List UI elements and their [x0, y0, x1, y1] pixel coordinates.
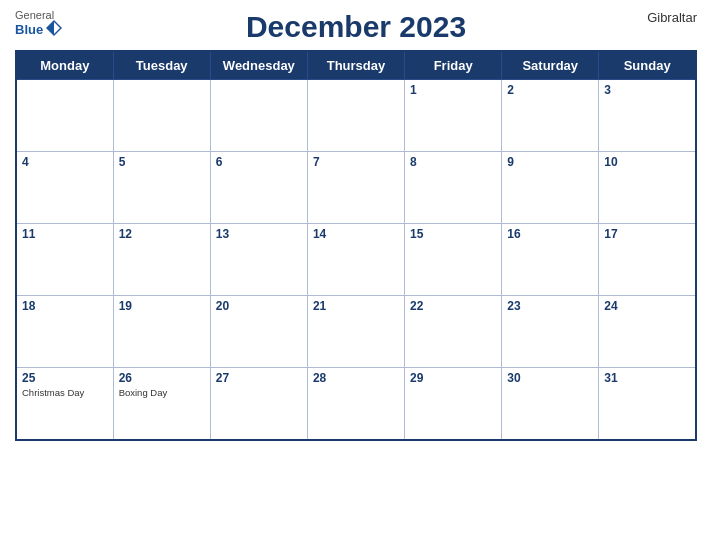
- calendar-cell: 3: [599, 80, 696, 152]
- calendar-cell: 20: [210, 296, 307, 368]
- week-row-5: 25Christmas Day26Boxing Day2728293031: [16, 368, 696, 440]
- day-number: 26: [119, 371, 205, 385]
- day-number: 30: [507, 371, 593, 385]
- calendar-cell: 9: [502, 152, 599, 224]
- calendar-cell: 26Boxing Day: [113, 368, 210, 440]
- week-row-3: 11121314151617: [16, 224, 696, 296]
- calendar-cell: 17: [599, 224, 696, 296]
- calendar-cell: 14: [307, 224, 404, 296]
- logo-icon: [45, 19, 63, 37]
- day-number: 29: [410, 371, 496, 385]
- calendar-cell: 6: [210, 152, 307, 224]
- weekday-header-wednesday: Wednesday: [210, 51, 307, 80]
- day-number: 6: [216, 155, 302, 169]
- calendar-cell: 21: [307, 296, 404, 368]
- day-number: 9: [507, 155, 593, 169]
- week-row-1: 123: [16, 80, 696, 152]
- day-number: 17: [604, 227, 690, 241]
- weekday-header-tuesday: Tuesday: [113, 51, 210, 80]
- calendar-cell: 30: [502, 368, 599, 440]
- calendar-cell: 12: [113, 224, 210, 296]
- day-number: 10: [604, 155, 690, 169]
- calendar-cell: 11: [16, 224, 113, 296]
- day-number: 2: [507, 83, 593, 97]
- calendar-cell: 2: [502, 80, 599, 152]
- calendar-cell: 31: [599, 368, 696, 440]
- calendar-cell: [210, 80, 307, 152]
- day-number: 12: [119, 227, 205, 241]
- calendar-cell: 4: [16, 152, 113, 224]
- day-number: 20: [216, 299, 302, 313]
- day-number: 11: [22, 227, 108, 241]
- calendar-cell: 28: [307, 368, 404, 440]
- calendar-cell: 7: [307, 152, 404, 224]
- calendar-cell: 23: [502, 296, 599, 368]
- weekday-header-monday: Monday: [16, 51, 113, 80]
- calendar-cell: 19: [113, 296, 210, 368]
- weekday-header-friday: Friday: [405, 51, 502, 80]
- day-number: 8: [410, 155, 496, 169]
- weekday-header-sunday: Sunday: [599, 51, 696, 80]
- country-label: Gibraltar: [647, 10, 697, 25]
- week-row-4: 18192021222324: [16, 296, 696, 368]
- calendar-cell: 13: [210, 224, 307, 296]
- day-number: 22: [410, 299, 496, 313]
- calendar-container: General Blue December 2023 Gibraltar Mon…: [0, 0, 712, 550]
- day-event: Christmas Day: [22, 387, 108, 398]
- day-number: 15: [410, 227, 496, 241]
- day-number: 18: [22, 299, 108, 313]
- weekday-header-saturday: Saturday: [502, 51, 599, 80]
- calendar-cell: 27: [210, 368, 307, 440]
- day-number: 23: [507, 299, 593, 313]
- day-event: Boxing Day: [119, 387, 205, 398]
- day-number: 13: [216, 227, 302, 241]
- day-number: 1: [410, 83, 496, 97]
- day-number: 14: [313, 227, 399, 241]
- day-number: 3: [604, 83, 690, 97]
- week-row-2: 45678910: [16, 152, 696, 224]
- day-number: 5: [119, 155, 205, 169]
- day-number: 19: [119, 299, 205, 313]
- calendar-header: General Blue December 2023 Gibraltar: [15, 10, 697, 44]
- calendar-cell: 5: [113, 152, 210, 224]
- calendar-table: MondayTuesdayWednesdayThursdayFridaySatu…: [15, 50, 697, 441]
- day-number: 16: [507, 227, 593, 241]
- logo-blue: Blue: [15, 23, 43, 36]
- logo-area: General Blue: [15, 10, 63, 37]
- calendar-title: December 2023: [246, 10, 466, 44]
- calendar-cell: 1: [405, 80, 502, 152]
- day-number: 4: [22, 155, 108, 169]
- day-number: 27: [216, 371, 302, 385]
- calendar-cell: 25Christmas Day: [16, 368, 113, 440]
- calendar-cell: 16: [502, 224, 599, 296]
- day-number: 24: [604, 299, 690, 313]
- calendar-cell: 24: [599, 296, 696, 368]
- calendar-cell: [113, 80, 210, 152]
- day-number: 7: [313, 155, 399, 169]
- calendar-cell: 18: [16, 296, 113, 368]
- calendar-cell: 15: [405, 224, 502, 296]
- day-number: 25: [22, 371, 108, 385]
- weekday-header-thursday: Thursday: [307, 51, 404, 80]
- day-number: 21: [313, 299, 399, 313]
- calendar-cell: [16, 80, 113, 152]
- day-number: 28: [313, 371, 399, 385]
- calendar-cell: 8: [405, 152, 502, 224]
- calendar-cell: 22: [405, 296, 502, 368]
- weekday-header-row: MondayTuesdayWednesdayThursdayFridaySatu…: [16, 51, 696, 80]
- calendar-cell: 29: [405, 368, 502, 440]
- calendar-cell: [307, 80, 404, 152]
- calendar-cell: 10: [599, 152, 696, 224]
- day-number: 31: [604, 371, 690, 385]
